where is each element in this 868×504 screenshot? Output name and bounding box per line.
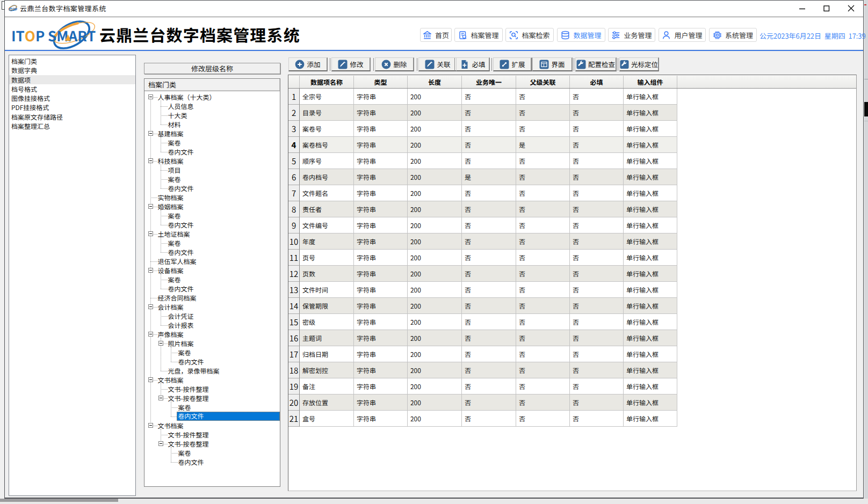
svg-text:ITOP SMART: ITOP SMART xyxy=(11,25,96,45)
svg-text:ITOP: ITOP xyxy=(9,6,17,12)
